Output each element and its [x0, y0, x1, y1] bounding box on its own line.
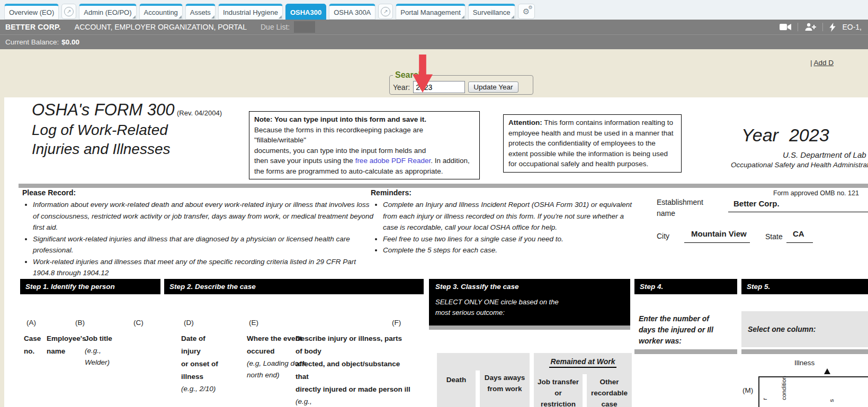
- death-column-label: Death: [437, 374, 476, 385]
- tab-osha300[interactable]: OSHA300: [285, 4, 326, 20]
- column-date-of-injury: Date of injury or onset of illness (e.g.…: [181, 332, 218, 395]
- tab-osha300a[interactable]: OSHA 300A: [329, 4, 375, 20]
- dropdown-corner-icon: [178, 15, 182, 19]
- classify-box-death-daysaway: Death Days aways from work: [437, 353, 530, 407]
- dropdown-corner-icon: [211, 15, 214, 19]
- dropdown-corner-icon: [132, 15, 136, 19]
- note-box: Note: You can type input into this form …: [249, 111, 480, 179]
- step5-header: Step 5.: [741, 279, 868, 294]
- m-column-label: (M): [742, 386, 753, 394]
- days-away-column-label: Days aways from work: [480, 372, 530, 394]
- video-camera-icon[interactable]: [780, 23, 791, 31]
- step5-divider: [741, 349, 868, 354]
- toolbar-icons: EO-1,: [780, 23, 863, 32]
- due-list-label: Due List:: [261, 23, 290, 31]
- column-describe-injury: Describe injury or illness, parts of bod…: [296, 332, 410, 407]
- separator: [798, 23, 798, 31]
- step5-instructions: Select one column:: [741, 311, 868, 347]
- please-record-heading: Please Record:: [22, 188, 76, 197]
- tab-label: Assets: [190, 8, 211, 16]
- step3-header: Step 3. Classify the case SELECT ONLY ON…: [429, 279, 630, 325]
- overview-external-link-button[interactable]: ↗: [61, 4, 76, 19]
- tab-label: Accounting: [144, 8, 178, 16]
- settings-button[interactable]: ⚙⚙: [518, 4, 535, 19]
- tab-portal-management[interactable]: Portal Management: [396, 4, 465, 20]
- column-letter-b: (B): [75, 319, 85, 327]
- tab-label: OSHA 300A: [334, 8, 371, 16]
- note-line: Because the forms in this recordkeeping …: [254, 125, 475, 146]
- city-underline: [684, 242, 750, 243]
- job-transfer-column-label: Job transfer or restriction: [534, 376, 583, 407]
- tab-assets[interactable]: Assets: [185, 4, 216, 20]
- section-divider: [19, 184, 868, 188]
- arrow-up-right-icon: ↗: [64, 7, 74, 16]
- osha300a-external-link-button[interactable]: ↗: [378, 4, 393, 19]
- form-title-row: OSHA's FORM 300 (Rev. 04/2004): [32, 101, 222, 120]
- dropdown-corner-icon: [511, 15, 514, 19]
- osha-form-300: OSHA's FORM 300 (Rev. 04/2004) Log of Wo…: [4, 97, 868, 407]
- context-bar: BETTER CORP. ACCOUNT, EMPLOYER ORGANIZAT…: [0, 20, 868, 35]
- step3-divider: [429, 325, 630, 330]
- arrow-up-right-icon: ↗: [381, 7, 390, 16]
- tab-admin-eo-po[interactable]: Admin (EO/PO): [79, 4, 136, 20]
- form-subtitle: Log of Work-Related Injuries and Illness…: [32, 121, 170, 159]
- list-item: Complete an Injury and Illness Incident …: [383, 199, 637, 233]
- due-list-box[interactable]: [294, 21, 315, 33]
- city-label: City: [657, 231, 669, 242]
- tab-label: Admin (EO/PO): [84, 8, 131, 16]
- column-letter-e: (E): [249, 319, 258, 327]
- dropdown-corner-icon: [279, 15, 282, 19]
- state-label: State: [765, 231, 783, 242]
- tab-overview-eo[interactable]: Overview (EO): [4, 4, 59, 20]
- step4-divider: [634, 349, 737, 354]
- attention-box: Attention: This form contains informatio…: [503, 114, 682, 173]
- tab-surveillance[interactable]: Surveillance: [468, 4, 515, 20]
- tab-accounting[interactable]: Accounting: [139, 4, 183, 20]
- state-underline: [786, 242, 813, 243]
- add-link[interactable]: Add D: [814, 59, 834, 67]
- step1-header: Step 1. Identify the person: [20, 279, 160, 294]
- balance-value: $0.00: [61, 38, 79, 46]
- add-link-row: | Add D: [810, 59, 834, 67]
- lightning-bolt-icon[interactable]: [829, 23, 836, 32]
- note-line: the forms are programmed to auto-calcula…: [254, 166, 475, 177]
- tab-label: Overview (EO): [9, 8, 54, 16]
- please-record-list: Information about every work-related dea…: [23, 199, 374, 279]
- department-line: U.S. Department of Lab: [783, 150, 866, 159]
- illness-columns-box: [758, 376, 868, 407]
- column-letter-d: (D): [184, 319, 194, 327]
- illness-pointer-icon: [824, 368, 830, 374]
- session-label: EO-1,: [842, 23, 862, 31]
- gear-icon: ⚙: [529, 5, 533, 10]
- note-heading: Note: You can type input into this form …: [254, 115, 426, 123]
- search-panel: Search Year: Update Year: [389, 70, 533, 95]
- note-line: then save your inputs using the free ado…: [254, 156, 475, 166]
- column-letter-f: (F): [392, 319, 401, 327]
- establishment-underline: [728, 212, 868, 212]
- list-item: Significant work-related injuries and il…: [33, 233, 374, 256]
- person-add-icon[interactable]: [804, 23, 816, 31]
- column-gap: [583, 374, 587, 407]
- city-value: Mountain View: [691, 229, 747, 238]
- reminders-list: Complete an Injury and Illness Incident …: [373, 199, 637, 256]
- tab-industrial-hygiene[interactable]: Industrial Hygiene: [218, 4, 283, 20]
- column-gap: [476, 370, 480, 407]
- column-job-title: Job title (e.g., Welder): [85, 332, 112, 368]
- illness-column-fragment: r: [762, 398, 768, 400]
- establishment-label: Establishment name: [657, 197, 703, 219]
- classify-box-remained: Remained at Work Job transfer or restric…: [534, 353, 632, 407]
- list-item: Feel free to use two lines for a single …: [383, 233, 637, 245]
- list-item: Work-related injuries and illnesses that…: [33, 256, 374, 279]
- app-window: Overview (EO) ↗ Admin (EO/PO) Accounting…: [0, 0, 868, 407]
- dropdown-corner-icon: [461, 15, 464, 19]
- update-year-button[interactable]: Update Year: [468, 82, 518, 93]
- context-label: ACCOUNT, EMPLOYER ORGANIZATION, PORTAL: [75, 23, 247, 31]
- column-employee-name: Employee's name: [47, 332, 86, 358]
- pdf-reader-link[interactable]: free adobe PDF Reader: [355, 157, 431, 165]
- establishment-value: Better Corp.: [733, 199, 780, 208]
- reminders-heading: Reminders:: [371, 188, 411, 197]
- column-letter-c: (C): [133, 319, 144, 327]
- illness-label: Illness: [794, 359, 815, 367]
- list-item: Complete the 5 steps for each case.: [383, 245, 637, 256]
- other-recordable-column-label: Other recordable case: [587, 376, 632, 407]
